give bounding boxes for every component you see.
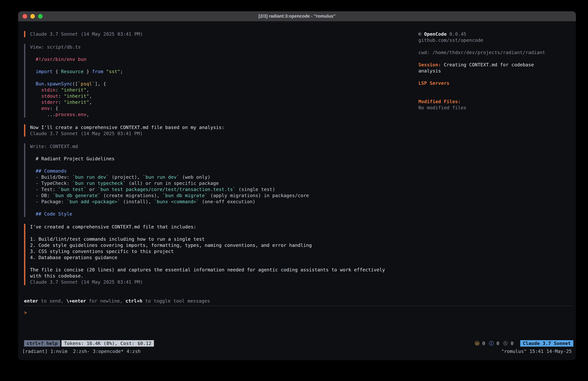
text-line: Claude 3.7 Sonnet (14 May 2025 03:41 PM) [30, 279, 419, 285]
text-line [419, 56, 576, 62]
diagnostic-info: ⓘ 0 [489, 340, 499, 346]
diagnostics-counters: Ⓦ 0ⓘ 0ⓗ 0 [475, 340, 517, 346]
minimize-button[interactable] [30, 14, 35, 19]
text-line: - Package: `bun add <package>` (install)… [30, 199, 419, 205]
text-line [419, 86, 576, 92]
session-sidebar: © OpenCode 0.0.45github.com/sst/opencode… [419, 31, 576, 298]
text-line [30, 162, 419, 168]
text-line: Claude 3.7 Sonnet (14 May 2025 03:41 PM) [30, 31, 419, 37]
input-area[interactable]: > [18, 306, 576, 340]
text-line [30, 230, 419, 236]
text-line: LSP Servers [419, 80, 576, 86]
tool-message-block: Write: CONTEXT.md # Radiant Project Guid… [24, 143, 419, 217]
assistant-message-block: I've created a comprehensive CONTEXT.md … [24, 224, 419, 285]
text-line: ## Commands [30, 168, 419, 174]
hints-icon: ⓗ [503, 341, 508, 346]
text-line: - Build/Dev: `bun run dev` (project), `b… [30, 174, 419, 180]
text-line [419, 92, 576, 98]
diagnostic-warnings: Ⓦ 0 [475, 340, 485, 346]
tmux-host-time: "romulus" 15:41 14-May-25 [501, 348, 572, 354]
text-line: ...process.env, [30, 112, 419, 117]
text-line [30, 62, 419, 68]
zoom-button[interactable] [38, 14, 42, 19]
status-bar: ctrl+? help Tokens: 16.4K (8%), Cost: $0… [18, 340, 576, 347]
help-shortcut-chip[interactable]: ctrl+? help [24, 340, 60, 347]
terminal-window: [2/3] radiant:3:opencode - "romulus" Cla… [18, 11, 576, 360]
text-line: Write: CONTEXT.md [30, 143, 419, 150]
text-line: Session: Creating CONTEXT.md for codebas… [419, 62, 576, 68]
warnings-icon: Ⓦ [475, 341, 479, 346]
text-line: - DB: `bun db generate` (create migratio… [30, 192, 419, 199]
tokens-cost-indicator: Tokens: 16.4K (8%), Cost: $0.12 [62, 340, 154, 347]
text-line: ## Code Style [30, 211, 419, 217]
text-line: github.com/sst/opencode [419, 37, 576, 43]
tool-message-block: View: script/db.ts #!/usr/bin/env bun im… [24, 44, 419, 117]
text-line: #!/usr/bin/env bun [30, 56, 419, 62]
diagnostic-hints: ⓗ 0 [503, 340, 513, 346]
text-line: Bun.spawnSync([`psql`], { [30, 81, 419, 87]
text-line [419, 74, 576, 80]
text-line: Now I'll create a comprehensive CONTEXT.… [30, 124, 419, 131]
text-line: © OpenCode 0.0.45 [419, 31, 576, 37]
input-hint: enter to send, \+enter for newline, ctrl… [24, 298, 576, 304]
text-line: stdout: "inherit", [30, 93, 419, 99]
text-line: No modified files [419, 105, 576, 111]
info-icon: ⓘ [489, 341, 494, 346]
main-area: Claude 3.7 Sonnet (14 May 2025 03:41 PM)… [18, 21, 576, 298]
tmux-session-windows[interactable]: [radiant] 1:nvim 2:zsh- 3:opencode* 4:zs… [22, 348, 141, 354]
text-line [30, 150, 419, 156]
text-line: I've created a comprehensive CONTEXT.md … [30, 224, 419, 230]
chat-blocks: Claude 3.7 Sonnet (14 May 2025 03:41 PM)… [18, 31, 419, 298]
text-line: 1. Build/lint/test commands including ho… [30, 236, 419, 242]
text-line [30, 50, 419, 56]
text-line: View: script/db.ts [30, 44, 419, 50]
window-titlebar: [2/3] radiant:3:opencode - "romulus" [18, 11, 576, 21]
text-line: - TypeCheck: `bun run typecheck` (all) o… [30, 180, 419, 186]
text-line: import { Resource } from "sst"; [30, 68, 419, 75]
text-line [30, 75, 419, 81]
text-line: env: { [30, 105, 419, 112]
prompt-symbol: > [24, 310, 27, 315]
terminal-content: Claude 3.7 Sonnet (14 May 2025 03:41 PM)… [18, 21, 576, 360]
text-line [30, 205, 419, 211]
text-line: The file is concise (20 lines) and captu… [30, 267, 419, 273]
text-line: 4. Database operations guidance [30, 254, 419, 261]
sidebar-lines: © OpenCode 0.0.45github.com/sst/opencode… [419, 31, 576, 111]
assistant-message-block: Now I'll create a comprehensive CONTEXT.… [24, 124, 419, 136]
text-line [30, 261, 419, 267]
text-line: Modified Files: [419, 98, 576, 105]
assistant-message-block: Claude 3.7 Sonnet (14 May 2025 03:41 PM) [24, 31, 419, 37]
text-line: with this codebase. [30, 273, 419, 279]
text-line: stderr: "inherit", [30, 99, 419, 105]
text-line: analysis [419, 68, 576, 74]
text-line: 2. Code style guidelines covering import… [30, 242, 419, 248]
text-line: # Radiant Project Guidelines [30, 156, 419, 162]
traffic-lights [22, 11, 42, 21]
text-line: stdin: "inherit", [30, 87, 419, 93]
text-line: 3. CSS styling conventions specific to t… [30, 248, 419, 254]
close-button[interactable] [22, 14, 27, 19]
model-badge[interactable]: Claude 3.7 Sonnet [520, 340, 573, 347]
tmux-status-bar: [radiant] 1:nvim 2:zsh- 3:opencode* 4:zs… [18, 348, 576, 355]
text-line: Claude 3.7 Sonnet (14 May 2025 03:41 PM) [30, 131, 419, 136]
text-line [419, 43, 576, 49]
window-title: [2/3] radiant:3:opencode - "romulus" [258, 14, 336, 19]
text-line: - Test: `bun test` or `bun test packages… [30, 186, 419, 192]
text-line: cwd: /home/thdxr/dev/projects/radiant/ra… [419, 49, 576, 56]
